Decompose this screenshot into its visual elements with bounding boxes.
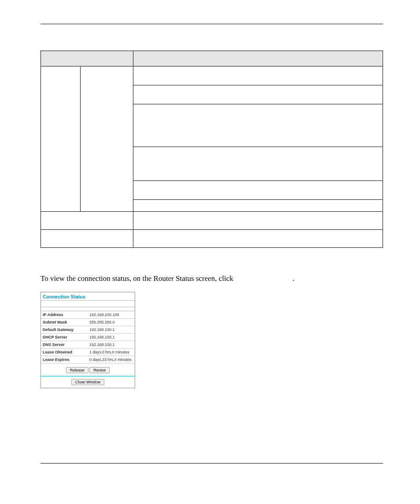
settings-desc-cell: [133, 147, 383, 181]
settings-desc-cell: [133, 212, 383, 230]
connection-status-close-row: Close Window: [41, 376, 135, 388]
settings-label-cell: [41, 230, 133, 248]
settings-desc-cell: [133, 181, 383, 200]
row-label: Lease Expires: [41, 356, 88, 364]
intro-suffix: .: [292, 274, 294, 283]
settings-label-cell: [41, 212, 133, 230]
connection-status-heading: [41, 263, 383, 269]
settings-table: [41, 51, 383, 248]
intro-prefix: To view the connection status, on the Ro…: [41, 274, 235, 283]
footer-rule: [41, 463, 383, 464]
row-value: 192.168.100.100: [88, 311, 135, 319]
release-button[interactable]: Release: [66, 367, 88, 373]
connection-status-intro: To view the connection status, on the Ro…: [41, 274, 383, 283]
settings-desc-cell: [133, 230, 383, 248]
row-label: Subnet Mask: [41, 319, 88, 326]
settings-table-header-row: [41, 51, 383, 66]
connection-status-table: IP Address 192.168.100.100 Subnet Mask 2…: [41, 311, 135, 363]
row-label: DHCP Server: [41, 334, 88, 341]
table-row: IP Address 192.168.100.100: [41, 311, 135, 319]
connection-status-panel: Connection Status IP Address 192.168.100…: [41, 292, 135, 388]
table-row: DHCP Server 192.168.100.1: [41, 334, 135, 341]
row-label: IP Address: [41, 311, 88, 319]
settings-group-cell: [41, 66, 81, 212]
table-row: [41, 230, 383, 248]
table-row: DNS Server 192.168.100.1: [41, 341, 135, 349]
row-label: Lease Obtained: [41, 349, 88, 356]
header-rule: [41, 24, 383, 24]
connection-status-title: Connection Status: [41, 292, 135, 301]
row-value: 255.255.255.0: [88, 319, 135, 326]
table-row: Default Gateway 192.168.100.1: [41, 326, 135, 334]
settings-table-header-description: [133, 51, 383, 66]
settings-desc-cell: [133, 66, 383, 85]
settings-desc-cell: [133, 200, 383, 212]
connection-status-gap: [41, 307, 135, 311]
row-value: 1 days,0 hrs,0 minutes: [88, 349, 135, 356]
row-label: Default Gateway: [41, 326, 88, 334]
row-value: 192.168.100.1: [88, 341, 135, 349]
row-value: 192.168.100.1: [88, 334, 135, 341]
row-value: 0 days,23 hrs,4 minutes: [88, 356, 135, 364]
close-window-button[interactable]: Close Window: [71, 379, 105, 385]
table-row: [41, 66, 383, 85]
row-label: DNS Server: [41, 341, 88, 349]
settings-desc-cell: [133, 104, 383, 147]
table-row: Lease Obtained 1 days,0 hrs,0 minutes: [41, 349, 135, 356]
settings-subgroup-cell: [81, 66, 133, 212]
row-value: 192.168.100.1: [88, 326, 135, 334]
connection-status-title-gap: [41, 301, 135, 307]
table-row: Lease Expires 0 days,23 hrs,4 minutes: [41, 356, 135, 364]
table-row: [41, 212, 383, 230]
settings-table-header-settings: [41, 51, 133, 66]
table-row: Subnet Mask 255.255.255.0: [41, 319, 135, 326]
connection-status-button-row: Release Renew: [41, 363, 135, 376]
settings-desc-cell: [133, 85, 383, 104]
renew-button[interactable]: Renew: [89, 367, 110, 373]
